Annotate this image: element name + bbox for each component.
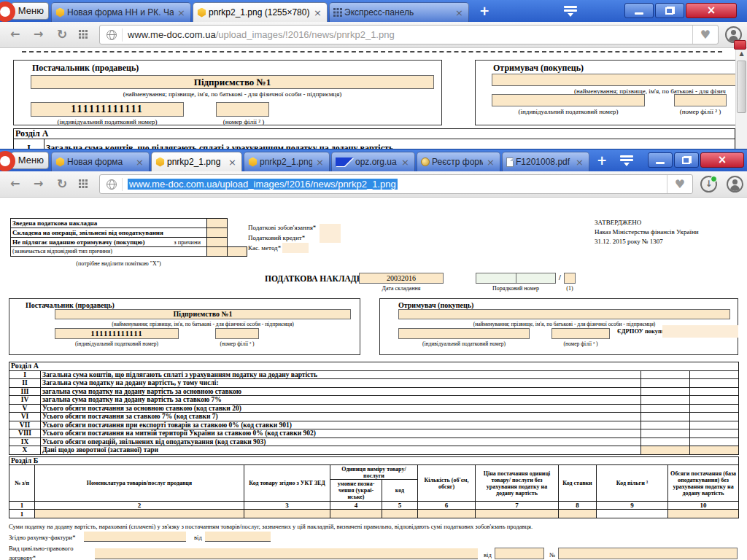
tab-close-button[interactable]: × [485,158,496,167]
tab-novaya-forma[interactable]: Новая форма НН и РК. Ча × [51,2,191,22]
speed-dial-button[interactable] [79,179,88,188]
page-favicon [55,158,65,167]
minimize-button[interactable] [624,3,654,18]
reload-button[interactable]: ↻ [57,27,67,42]
tab-close-button[interactable]: × [134,158,145,167]
window-controls: × [624,3,741,17]
url-text: www.me-doc.com.ua/upload_images/!2016/ne… [128,29,692,40]
reload-button[interactable]: ↻ [57,176,67,191]
cropped-row-dashes [22,51,722,52]
browser-window-back: Меню Новая форма НН и РК. Ча × pnrkp2_1.… [0,0,747,149]
account-button[interactable] [727,176,743,192]
url-separator [122,28,123,42]
registry-favicon [421,158,430,166]
url-text-selected: www.me-doc.com.ua/upload_images/!2016/ne… [128,179,667,190]
seller-box: Постачальник (продавець) Підприємство №1… [9,298,360,355]
close-button[interactable]: × [700,152,744,168]
site-globe-icon [107,30,117,40]
approved-block: ЗАТВЕРДЖЕНО Наказ Міністерства фінансів … [595,218,699,246]
speed-dial-button[interactable] [79,30,88,39]
scroll-up-button[interactable]: ▲ [736,48,747,60]
restore-icon [682,156,692,164]
speed-dial-icon [333,8,342,17]
pdf-file-icon [506,158,514,167]
scrollbar: ▲ [735,48,747,149]
restore-icon [665,7,675,15]
opz-favicon [336,158,353,166]
back-button[interactable]: ← [10,176,20,191]
restore-button[interactable] [655,3,684,18]
page-favicon [197,8,206,18]
check-cell [207,228,228,238]
tab-opz[interactable]: opz.org.ua - П × [331,152,415,171]
tab-close-button[interactable]: × [312,8,323,18]
new-tab-button[interactable]: + [476,4,493,19]
forward-button[interactable]: → [34,176,43,191]
heart-icon: ♥ [675,177,685,191]
buyer-box: Отримувач (покупець) (найменування; пріз… [379,298,738,355]
back-button[interactable]: ← [10,27,20,42]
section-a-fragment: Розділ А I Загальна сума коштів, що підл… [13,128,735,149]
contract-name-box [95,548,478,559]
seller-box: Постачальник (продавець) Підприємство №1… [13,60,442,125]
tab-pnrkp2-2[interactable]: pnrkp2_1.png × [244,152,330,171]
minimize-icon [635,12,643,15]
tab-bar-back: Меню Новая форма НН и РК. Ча × pnrkp2_1.… [0,0,747,22]
forward-button[interactable]: → [34,27,43,42]
new-tab-button[interactable]: + [593,153,611,168]
tab-novaya-forma[interactable]: Новая форма × [51,152,150,171]
tab-menu-button[interactable] [560,5,582,18]
tab-close-button[interactable]: × [227,158,238,167]
tab-close-button[interactable]: × [314,158,325,167]
edrpou-box [662,325,738,338]
tab-speed-dial[interactable]: Экспресс-панель × [329,2,469,22]
close-button[interactable]: × [686,3,737,18]
tab-pnrkp2-active[interactable]: pnrkp2_1.png × [151,152,242,171]
check-cell [207,238,228,247]
tab-close-button[interactable]: × [176,8,187,18]
downloads-button[interactable]: ↓ [700,176,717,192]
slash: / [559,273,561,281]
minimize-button[interactable] [648,152,673,168]
invoice-type-checks: Зведена податкова накладна Складена на о… [10,218,247,257]
url-field[interactable]: www.me-doc.com.ua/upload_images/!2016/ne… [99,25,719,44]
tab-bar-front: Меню Новая форма × pnrkp2_1.png × pnrkp2… [0,149,747,171]
tax-credit-box [320,233,341,243]
tab-close-button[interactable]: × [400,158,411,167]
url-field[interactable]: www.me-doc.com.ua/upload_images/!2016/ne… [99,174,693,194]
tab-reestr-form[interactable]: Реєстр форм × [417,152,500,171]
section-b-table: Розділ Б № з/п Номенклатура товарів/посл… [9,456,739,518]
page-image-front[interactable]: Зведена податкова накладна Складена на о… [0,198,747,560]
restore-button[interactable] [674,152,699,168]
bookmark-button[interactable]: ♥ [667,175,692,193]
tab-pnrkp2-active[interactable]: pnrkp2_1.png (1255×780) × [193,2,328,22]
site-globe-icon [107,179,117,190]
minimize-icon [656,162,665,164]
tab-close-button[interactable]: × [574,158,585,167]
desktop: Меню Новая форма НН и РК. Ча × pnrkp2_1.… [0,0,747,560]
invoice-number-box [84,532,186,542]
footer-statement: Суми податку на додану вартість, нарахов… [9,523,731,530]
opera-menu-button[interactable]: Меню [11,152,49,169]
form-title: ПОДАТКОВА НАКЛАДНА [265,274,369,283]
section-a-table: Розділ А IЗагальна сума коштів, що підля… [9,362,739,455]
bookmark-button[interactable]: ♥ [692,26,718,44]
check-cell [207,247,228,257]
buyer-filia-box [551,328,610,339]
address-bar-back: ← → ↻ www.me-doc.com.ua/upload_images/!2… [0,22,747,48]
browser-window-front: Меню Новая форма × pnrkp2_1.png × pnrkp2… [0,149,747,560]
tax-liability-box [320,224,341,233]
contract-number-box [558,548,738,559]
tab-menu-button[interactable] [616,155,638,168]
tab-pdf[interactable]: F1201008.pdf × [502,152,589,171]
address-bar-front: ← → ↻ www.me-doc.com.ua/upload_images/!2… [0,171,747,198]
scroll-thumb[interactable] [737,61,746,113]
page-image-back[interactable]: Постачальник (продавець) Підприємство №1… [0,48,747,149]
buyer-inn-box [398,328,530,339]
cash-method-box [282,243,309,253]
filia-box [216,102,269,117]
opera-menu-button[interactable]: Меню [11,2,49,20]
close-icon: × [718,155,727,166]
tab-close-button[interactable]: × [454,8,465,18]
check-cell [228,247,247,257]
